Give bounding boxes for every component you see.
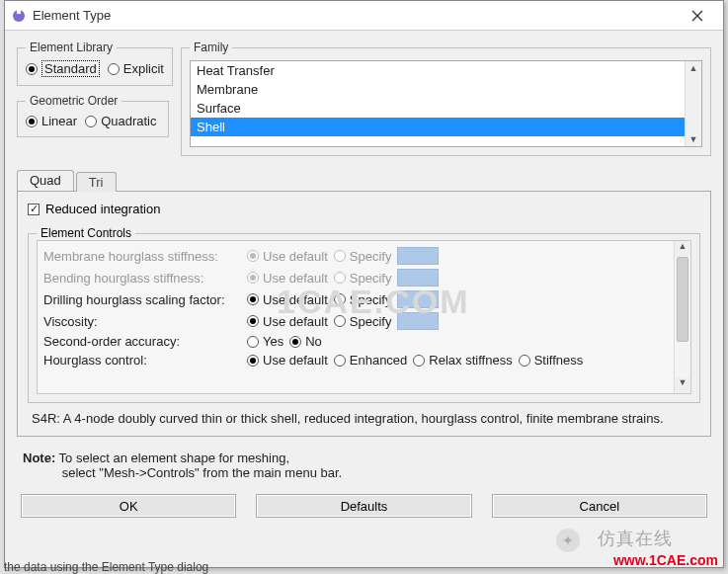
left-column: Element Library Standard Explicit Geomet… (17, 41, 169, 156)
radio-standard-label: Standard (41, 60, 100, 77)
radio-linear-label: Linear (41, 114, 77, 128)
scrollbar-thumb[interactable] (677, 257, 688, 342)
note: Note: To select an element shape for mes… (17, 451, 711, 480)
svg-rect-1 (17, 10, 21, 14)
row-second-label: Second-order accuracy: (43, 334, 241, 349)
geometric-order-legend: Geometric Order (26, 94, 121, 108)
titlebar: Element Type (5, 1, 723, 31)
row-viscosity: Viscosity: Use default Specify (43, 310, 671, 332)
radio-second-yes[interactable]: Yes (247, 334, 283, 349)
radio-hourglass-default[interactable]: Use default (247, 353, 328, 368)
radio-quadratic-label: Quadratic (101, 114, 156, 128)
scroll-down-icon[interactable]: ▼ (689, 132, 698, 146)
family-item-membrane[interactable]: Membrane (191, 80, 685, 99)
note-line1: To select an element shape for meshing, (59, 451, 289, 465)
radio-drilling-specify[interactable]: Specify (334, 292, 392, 307)
family-scrollbar[interactable]: ▲ ▼ (685, 61, 701, 146)
tab-tri[interactable]: Tri (76, 172, 117, 192)
family-item-surface[interactable]: Surface (191, 99, 685, 118)
tabs-area: Quad Tri Reduced integration Element Con… (17, 170, 711, 437)
radio-quadratic[interactable]: Quadratic (85, 114, 156, 128)
radio-bending-default: Use default (247, 271, 328, 286)
note-line2: select "Mesh->Controls" from the main me… (62, 465, 342, 480)
radio-hourglass-enhanced[interactable]: Enhanced (334, 353, 408, 368)
row-hourglass-label: Hourglass control: (43, 353, 241, 368)
window-title: Element Type (33, 8, 678, 23)
cancel-button[interactable]: Cancel (492, 494, 707, 518)
element-controls-group: Element Controls Membrane hourglass stif… (28, 226, 700, 403)
radio-linear[interactable]: Linear (26, 114, 77, 128)
family-group: Family Heat Transfer Membrane Surface Sh… (181, 41, 711, 156)
element-library-radios: Standard Explicit (26, 60, 164, 77)
row-viscosity-label: Viscosity: (43, 314, 241, 329)
scroll-down-icon[interactable]: ▼ (675, 377, 690, 393)
controls-scrollbar[interactable]: ▲ ▼ (674, 241, 690, 393)
radio-viscosity-default[interactable]: Use default (247, 314, 328, 329)
element-library-legend: Element Library (26, 41, 117, 54)
family-listbox[interactable]: Heat Transfer Membrane Surface Shell ▲ ▼ (190, 60, 702, 147)
family-item-shell[interactable]: Shell (191, 118, 685, 136)
radio-membrane-specify: Specify (334, 249, 392, 264)
radio-bending-specify: Specify (334, 271, 392, 286)
row-hourglass-control: Hourglass control: Use default Enhanced … (43, 351, 671, 369)
bending-value-input (397, 269, 439, 287)
scrollbar-track[interactable] (675, 257, 690, 377)
geometric-order-radios: Linear Quadratic (26, 114, 160, 128)
row-drilling-label: Drilling hourglass scaling factor: (43, 292, 241, 307)
row-bending-hourglass: Bending hourglass stiffness: Use default… (43, 267, 671, 288)
scroll-up-icon[interactable]: ▲ (675, 241, 690, 257)
app-icon (11, 8, 27, 24)
element-type-dialog: Element Type Element Library Standard Ex… (4, 0, 724, 568)
radio-explicit[interactable]: Explicit (108, 61, 164, 76)
family-item-heat-transfer[interactable]: Heat Transfer (191, 61, 685, 80)
top-row: Element Library Standard Explicit Geomet… (17, 41, 711, 156)
geometric-order-group: Geometric Order Linear Quadratic (17, 94, 169, 137)
tab-content: Reduced integration Element Controls Mem… (17, 192, 711, 437)
drilling-value-input[interactable] (397, 290, 439, 308)
radio-explicit-label: Explicit (123, 61, 164, 76)
element-controls-legend: Element Controls (37, 226, 135, 240)
radio-membrane-default: Use default (247, 249, 328, 264)
element-description: S4R: A 4-node doubly curved thin or thic… (28, 411, 700, 426)
radio-drilling-default[interactable]: Use default (247, 292, 328, 307)
checkbox-icon (28, 204, 40, 215)
family-legend: Family (190, 41, 232, 54)
ok-button[interactable]: OK (21, 494, 236, 518)
element-controls-panel: Membrane hourglass stiffness: Use defaul… (37, 240, 691, 394)
radio-hourglass-stiffness[interactable]: Stiffness (519, 353, 584, 368)
note-label: Note: (23, 451, 55, 465)
background-text: the data using the Element Type dialog (4, 560, 208, 574)
dialog-body: Element Library Standard Explicit Geomet… (5, 31, 723, 524)
reduced-integration-label: Reduced integration (45, 202, 160, 216)
reduced-integration-checkbox[interactable]: Reduced integration (28, 202, 700, 216)
row-membrane-hourglass: Membrane hourglass stiffness: Use defaul… (43, 245, 671, 267)
tab-quad[interactable]: Quad (17, 170, 74, 191)
radio-standard[interactable]: Standard (26, 60, 100, 77)
close-button[interactable] (678, 4, 717, 28)
row-membrane-label: Membrane hourglass stiffness: (43, 249, 241, 264)
tab-bar: Quad Tri (17, 170, 711, 192)
buttons-row: OK Defaults Cancel (17, 490, 711, 518)
row-bending-label: Bending hourglass stiffness: (43, 271, 241, 286)
element-library-group: Element Library Standard Explicit (17, 41, 173, 86)
radio-second-no[interactable]: No (289, 334, 322, 349)
scroll-up-icon[interactable]: ▲ (689, 61, 698, 75)
defaults-button[interactable]: Defaults (256, 494, 471, 518)
radio-viscosity-specify[interactable]: Specify (334, 314, 392, 329)
membrane-value-input (397, 247, 439, 265)
row-drilling-hourglass: Drilling hourglass scaling factor: Use d… (43, 288, 671, 310)
row-second-order: Second-order accuracy: Yes No (43, 332, 671, 351)
radio-hourglass-relax[interactable]: Relax stiffness (413, 353, 512, 368)
viscosity-value-input[interactable] (397, 312, 439, 330)
